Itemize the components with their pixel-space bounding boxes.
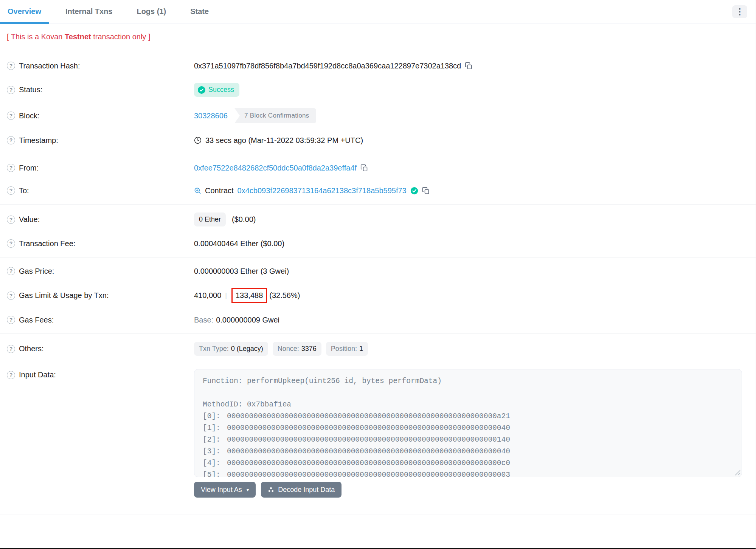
verified-check-icon <box>410 187 418 195</box>
section-value: ? Value: 0 Ether ($0.00) ? Transaction F… <box>0 205 756 257</box>
row-gas-fees: ? Gas Fees: Base: 0.000000009 Gwei <box>0 309 756 331</box>
input-word-row: [0]:000000000000000000000000000000000000… <box>203 411 733 422</box>
help-icon[interactable]: ? <box>7 239 15 248</box>
zoom-in-icon[interactable] <box>194 187 201 194</box>
row-to: ? To: Contract 0x4cb093f226983713164a621… <box>0 179 756 202</box>
row-from: ? From: 0xfee7522e8482682cf50ddc50a0f8da… <box>0 157 756 179</box>
others-label: Others: <box>19 344 44 353</box>
gas-used-value: 133,488 <box>236 291 263 299</box>
row-input-data: ? Input Data: Function: performUpkeep(ui… <box>0 361 756 505</box>
ether-value-badge: 0 Ether <box>194 212 226 226</box>
row-timestamp: ? Timestamp: 33 secs ago (Mar-11-2022 03… <box>0 129 756 152</box>
notice-prefix: [ This is a Kovan <box>7 33 65 41</box>
decode-input-data-button[interactable]: Decode Input Data <box>261 482 342 498</box>
gas-price-value: 0.000000003 Ether (3 Gwei) <box>194 267 289 276</box>
copy-icon[interactable] <box>422 187 430 194</box>
nonce-badge: Nonce:3376 <box>273 342 321 356</box>
help-icon[interactable]: ? <box>7 186 15 195</box>
tab-internal-txns[interactable]: Internal Txns <box>65 0 112 23</box>
from-address-link[interactable]: 0xfee7522e8482682cf50ddc50a0f8da2a39effa… <box>194 164 357 172</box>
decode-cubes-icon <box>268 487 274 493</box>
to-address-link[interactable]: 0x4cb093f226983713164a62138c3f718a5b595f… <box>238 186 407 195</box>
input-word-row: [2]:000000000000000000000000000000000000… <box>203 434 733 446</box>
section-parties: ? From: 0xfee7522e8482682cf50ddc50a0f8da… <box>0 154 756 204</box>
gas-used-annotation-box: 133,488 <box>231 288 267 303</box>
help-icon[interactable]: ? <box>7 345 15 353</box>
input-word-row: [1]:000000000000000000000000000000000000… <box>203 422 733 434</box>
tab-state[interactable]: State <box>190 0 209 23</box>
row-gas-limit-usage: ? Gas Limit & Usage by Txn: 410,000 | 13… <box>0 282 756 309</box>
divider <box>0 515 756 515</box>
notice-bold: Testnet <box>65 33 91 41</box>
timestamp-value: 33 secs ago (Mar-11-2022 03:59:32 PM +UT… <box>205 136 363 145</box>
kebab-icon: ⋮ <box>736 8 744 16</box>
input-word-row: [3]:000000000000000000000000000000000000… <box>203 446 733 458</box>
status-text: Success <box>208 86 234 94</box>
row-status: ? Status: Success <box>0 77 756 102</box>
to-label: To: <box>19 186 29 195</box>
status-badge: Success <box>194 83 239 97</box>
block-confirmations-badge: 7 Block Confirmations <box>234 108 316 123</box>
block-number-link[interactable]: 30328606 <box>194 112 228 120</box>
txn-type-badge: Txn Type:0 (Legacy) <box>194 342 268 356</box>
help-icon[interactable]: ? <box>7 86 15 94</box>
spacer <box>0 507 756 515</box>
help-icon[interactable]: ? <box>7 62 15 70</box>
tab-logs[interactable]: Logs (1) <box>137 0 166 23</box>
help-icon[interactable]: ? <box>7 216 15 224</box>
transaction-details-card: Overview Internal Txns Logs (1) State ⋮ … <box>0 0 756 549</box>
row-block: ? Block: 30328606 7 Block Confirmations <box>0 102 756 129</box>
separator-bar: | <box>221 292 231 299</box>
transaction-fee-label: Transaction Fee: <box>19 239 75 248</box>
section-summary: ? Transaction Hash: 0x371a51097fb78df856… <box>0 52 756 154</box>
row-transaction-hash: ? Transaction Hash: 0x371a51097fb78df856… <box>0 54 756 77</box>
input-function-line: Function: performUpkeep(uint256 id, byte… <box>203 375 733 387</box>
transaction-fee-value: 0.000400464 Ether ($0.00) <box>194 239 284 248</box>
chevron-down-icon: ▾ <box>247 487 249 493</box>
row-gas-price: ? Gas Price: 0.000000003 Ether (3 Gwei) <box>0 260 756 282</box>
transaction-hash-label: Transaction Hash: <box>19 62 80 70</box>
from-label: From: <box>19 164 39 172</box>
row-transaction-fee: ? Transaction Fee: 0.000400464 Ether ($0… <box>0 232 756 255</box>
transaction-hash-value: 0x371a51097fb78df856f8b4a7bd459f192d8cc8… <box>194 62 461 70</box>
gas-fees-base-value: 0.000000009 Gwei <box>216 316 279 324</box>
copy-icon[interactable] <box>465 62 472 70</box>
input-word-row: [4]:000000000000000000000000000000000000… <box>203 458 733 469</box>
gas-limit-value: 410,000 <box>194 291 221 300</box>
blank-line <box>203 387 733 399</box>
input-methodid-line: MethodID: 0x7bbaf1ea <box>203 399 733 411</box>
help-icon[interactable]: ? <box>7 316 15 324</box>
tab-overview[interactable]: Overview <box>8 0 41 23</box>
section-others: ? Others: Txn Type:0 (Legacy) Nonce:3376… <box>0 334 756 507</box>
input-data-textarea[interactable]: Function: performUpkeep(uint256 id, byte… <box>194 369 742 477</box>
help-icon[interactable]: ? <box>7 164 15 172</box>
to-contract-prefix: Contract <box>205 186 234 195</box>
help-icon[interactable]: ? <box>7 112 15 120</box>
gas-limit-label: Gas Limit & Usage by Txn: <box>19 291 109 300</box>
view-input-as-button[interactable]: View Input As▾ <box>194 482 256 498</box>
row-value: ? Value: 0 Ether ($0.00) <box>0 207 756 232</box>
resize-handle[interactable] <box>735 470 740 476</box>
gas-price-label: Gas Price: <box>19 267 54 276</box>
gas-used-percent: (32.56%) <box>269 291 300 300</box>
clock-icon <box>194 136 202 144</box>
notice-suffix: transaction only ] <box>91 33 151 41</box>
tab-bar: Overview Internal Txns Logs (1) State ⋮ <box>0 0 756 23</box>
help-icon[interactable]: ? <box>7 292 15 300</box>
input-data-label: Input Data: <box>19 371 56 379</box>
input-word-row: [5]:000000000000000000000000000000000000… <box>203 469 733 477</box>
testnet-notice: [ This is a Kovan Testnet transaction on… <box>0 23 756 52</box>
check-circle-icon <box>198 86 205 94</box>
status-label: Status: <box>19 85 42 94</box>
kebab-menu-button[interactable]: ⋮ <box>732 5 747 18</box>
help-icon[interactable]: ? <box>7 267 15 275</box>
timestamp-label: Timestamp: <box>19 136 58 145</box>
value-usd: ($0.00) <box>232 215 256 224</box>
gas-fees-label: Gas Fees: <box>19 316 54 324</box>
help-icon[interactable]: ? <box>7 136 15 144</box>
section-gas: ? Gas Price: 0.000000003 Ether (3 Gwei) … <box>0 257 756 333</box>
copy-icon[interactable] <box>360 164 368 172</box>
position-badge: Position:1 <box>326 342 368 356</box>
value-label: Value: <box>19 215 40 224</box>
help-icon[interactable]: ? <box>7 371 15 379</box>
